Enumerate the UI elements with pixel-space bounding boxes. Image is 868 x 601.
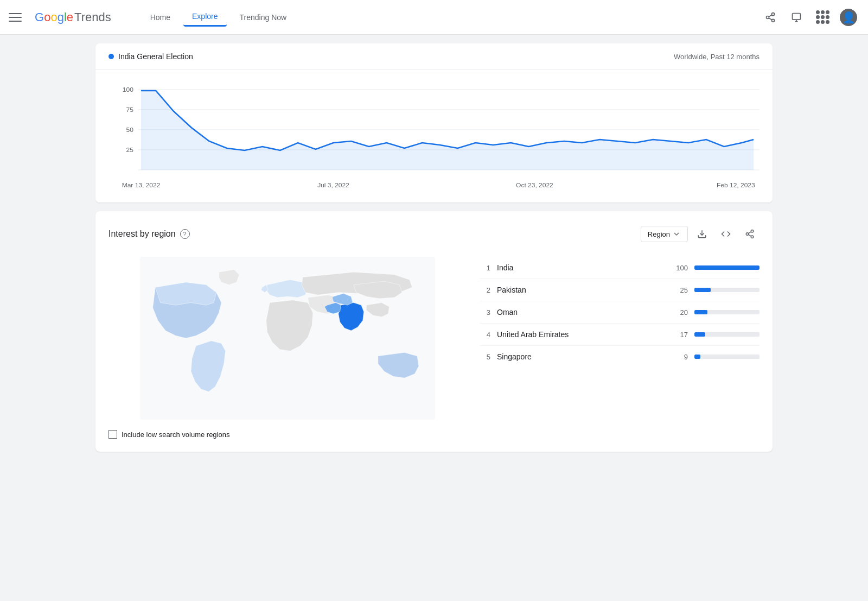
share-icon[interactable] [760, 7, 781, 28]
region-controls: Region [641, 224, 760, 244]
svg-text:75: 75 [126, 106, 133, 112]
ranking-row: 4 United Arab Emirates 17 [480, 324, 760, 346]
trends-wordmark: Trends [74, 10, 111, 24]
svg-point-24 [751, 236, 754, 238]
ranking-row: 1 India 100 [480, 257, 760, 279]
rank-number: 3 [480, 308, 490, 317]
checkbox-area: Include low search volume regions [108, 430, 467, 439]
share-region-icon[interactable] [740, 224, 760, 244]
google-trends-logo: Google Trends [35, 10, 111, 24]
svg-point-2 [772, 19, 775, 22]
download-icon[interactable] [692, 224, 712, 244]
rank-country-name: Singapore [497, 352, 660, 361]
nav-explore[interactable]: Explore [183, 8, 226, 27]
low-volume-checkbox[interactable] [108, 430, 117, 439]
region-header: Interest by region ? Region [108, 224, 760, 244]
world-map-area: Include low search volume regions [108, 257, 467, 439]
region-content: Include low search volume regions 1 Indi… [108, 257, 760, 439]
topic-name: India General Election [118, 52, 193, 61]
rank-number: 1 [480, 264, 490, 272]
google-wordmark: Google [35, 10, 73, 24]
rank-value: 17 [666, 331, 688, 339]
svg-point-23 [746, 233, 749, 236]
grid-dots [816, 10, 829, 24]
rank-bar [694, 332, 705, 337]
main-nav: Home Explore Trending Now [142, 8, 295, 27]
region-card: Interest by region ? Region [95, 211, 773, 452]
svg-text:Jul 3, 2022: Jul 3, 2022 [317, 182, 349, 188]
region-select-label: Region [648, 230, 670, 238]
chart-area: 100 75 50 25 Mar 13, 2022 Jul 3, 2022 Oc… [95, 70, 773, 203]
apps-icon[interactable] [812, 7, 833, 28]
checkbox-label: Include low search volume regions [122, 431, 229, 439]
rank-bar-container [694, 332, 760, 337]
rank-bar [694, 310, 707, 314]
rank-bar-container [694, 310, 760, 314]
help-icon[interactable]: ? [180, 229, 190, 239]
topic-title: India General Election [108, 52, 193, 61]
rank-value: 100 [666, 264, 688, 272]
trend-chart-card: India General Election Worldwide, Past 1… [95, 43, 773, 203]
svg-text:Feb 12, 2023: Feb 12, 2023 [717, 182, 755, 188]
ranking-row: 5 Singapore 9 [480, 346, 760, 368]
svg-line-3 [769, 18, 772, 20]
chart-svg: 100 75 50 25 Mar 13, 2022 Jul 3, 2022 Oc… [108, 79, 760, 198]
rank-country-name: India [497, 263, 660, 272]
svg-text:50: 50 [126, 126, 133, 132]
rank-number: 2 [480, 286, 490, 294]
svg-rect-5 [793, 13, 801, 20]
svg-line-26 [748, 232, 751, 233]
rank-bar [694, 288, 711, 292]
rank-country-name: United Arab Emirates [497, 330, 660, 339]
rank-bar-container [694, 288, 760, 292]
svg-line-25 [748, 235, 751, 236]
embed-icon[interactable] [716, 224, 736, 244]
app-header: Google Trends Home Explore Trending Now [0, 0, 868, 35]
avatar-image: 👤 [840, 9, 857, 26]
user-avatar[interactable]: 👤 [838, 7, 859, 28]
svg-point-1 [767, 16, 769, 18]
svg-point-0 [772, 12, 775, 15]
rank-bar-container [694, 265, 760, 270]
feedback-icon[interactable] [786, 7, 807, 28]
rank-bar [694, 265, 760, 270]
ranking-row: 3 Oman 20 [480, 301, 760, 324]
rank-bar [694, 355, 700, 359]
ranking-row: 2 Pakistan 25 [480, 279, 760, 301]
svg-text:100: 100 [123, 86, 133, 92]
region-title-text: Interest by region [108, 229, 176, 239]
rank-country-name: Oman [497, 308, 660, 317]
region-select[interactable]: Region [641, 226, 688, 242]
nav-home[interactable]: Home [142, 9, 179, 26]
topic-header: India General Election Worldwide, Past 1… [95, 43, 773, 70]
line-chart: 100 75 50 25 Mar 13, 2022 Jul 3, 2022 Oc… [108, 79, 760, 198]
rank-value: 20 [666, 308, 688, 317]
header-left: Google Trends Home Explore Trending Now [9, 8, 295, 27]
rank-value: 9 [666, 353, 688, 361]
main-content: India General Election Worldwide, Past 1… [87, 35, 781, 460]
rankings-list: 1 India 100 2 Pakistan 25 3 Oman 20 4 Un… [480, 257, 760, 368]
header-right: 👤 [760, 7, 859, 28]
topic-indicator [108, 54, 114, 59]
topic-period: Worldwide, Past 12 months [674, 53, 760, 61]
svg-text:Oct 23, 2022: Oct 23, 2022 [516, 182, 553, 188]
region-title: Interest by region ? [108, 229, 190, 239]
rankings-area: 1 India 100 2 Pakistan 25 3 Oman 20 4 Un… [480, 257, 760, 439]
rank-value: 25 [666, 286, 688, 294]
rank-country-name: Pakistan [497, 286, 660, 294]
rank-number: 4 [480, 331, 490, 339]
svg-text:Mar 13, 2022: Mar 13, 2022 [122, 182, 161, 188]
chevron-down-icon [672, 230, 681, 238]
rank-number: 5 [480, 353, 490, 361]
world-map-svg [108, 257, 467, 420]
rank-bar-container [694, 355, 760, 359]
nav-trending-now[interactable]: Trending Now [231, 9, 296, 26]
svg-point-22 [751, 230, 754, 233]
menu-icon[interactable] [9, 11, 22, 24]
svg-text:25: 25 [126, 147, 133, 153]
svg-line-4 [769, 15, 772, 16]
